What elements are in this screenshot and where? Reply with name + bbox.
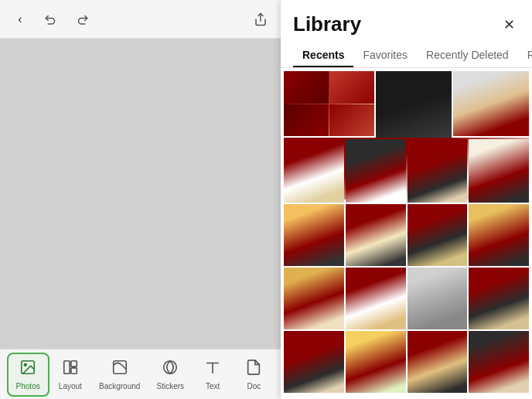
tab-recently-deleted[interactable]: Recently Deleted [417,44,518,67]
photo-cell[interactable] [284,71,374,136]
redo-button[interactable] [71,9,93,30]
library-title: Library [293,12,361,36]
doc-icon [245,359,262,380]
editor-canvas [0,39,281,349]
share-button[interactable] [250,9,271,30]
photo-cell[interactable] [346,331,406,393]
photo-cell[interactable] [469,268,529,329]
stickers-label: Stickers [157,382,185,390]
tab-recently-added[interactable]: Recently Ad... [518,44,532,67]
stickers-icon [162,359,179,380]
close-button[interactable]: ✕ [498,14,520,36]
photo-cell[interactable] [346,204,406,266]
tab-favorites[interactable]: Favorites [353,44,417,67]
doc-tool[interactable]: Doc [234,354,274,395]
text-tool[interactable]: Text [193,354,233,395]
text-label: Text [206,382,220,390]
layout-icon [62,359,79,380]
photo-cell[interactable] [408,268,468,329]
editor-toolbar: ‹ [0,0,281,39]
library-panel: Library ✕ Recents Favorites Recently Del… [281,0,532,399]
photo-cell[interactable] [469,204,529,266]
svg-point-7 [164,360,177,373]
library-header: Library ✕ [281,0,532,36]
photos-icon [19,359,36,380]
svg-rect-4 [71,360,77,366]
back-button[interactable]: ‹ [9,9,31,30]
photo-cell[interactable] [346,139,406,203]
text-icon [204,359,221,380]
tab-recents[interactable]: Recents [293,44,353,67]
photo-cell[interactable] [284,204,344,266]
photo-cell[interactable] [284,331,344,393]
background-icon [111,359,128,380]
bottom-toolbar: Photos Layout Background [0,349,281,399]
svg-rect-5 [71,367,77,373]
photo-cell[interactable] [408,331,468,393]
photo-cell[interactable] [346,268,406,329]
layout-label: Layout [59,382,82,390]
background-label: Background [99,382,140,390]
stickers-tool[interactable]: Stickers [149,354,193,395]
photo-cell[interactable] [284,139,344,203]
layout-tool[interactable]: Layout [50,354,90,395]
photos-label: Photos [16,382,40,390]
photo-cell[interactable] [469,331,529,393]
undo-button[interactable] [40,9,62,30]
photo-grid: Recently [281,68,532,399]
photo-cell[interactable] [408,204,468,266]
editor-panel: ‹ [0,0,281,399]
photo-cell[interactable] [284,268,344,329]
photos-tool[interactable]: Photos [7,353,49,397]
photo-cell[interactable] [469,139,529,203]
svg-rect-3 [64,360,70,373]
photo-cell[interactable] [453,71,529,136]
photo-cell[interactable] [408,139,468,203]
background-tool[interactable]: Background [91,354,148,395]
library-tabs: Recents Favorites Recently Deleted Recen… [281,36,532,68]
svg-point-2 [25,363,27,366]
doc-label: Doc [247,382,261,390]
